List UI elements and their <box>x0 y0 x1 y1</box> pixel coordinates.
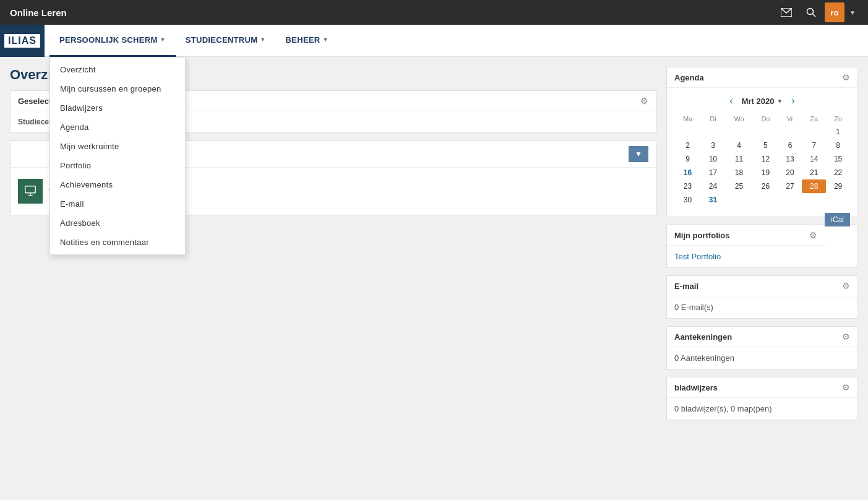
agenda-widget-title: Agenda <box>674 73 704 82</box>
cal-day-13[interactable]: 13 <box>778 152 802 166</box>
cal-day-9[interactable]: 9 <box>674 152 701 166</box>
agenda-widget-body: ‹ Mrt 2020 ▼ › Ma Di Wo Do Vr <box>667 88 857 217</box>
agenda-gear-icon[interactable]: ⚙ <box>842 72 850 82</box>
cal-day-3[interactable]: 3 <box>701 139 725 152</box>
calendar-nav: ‹ Mrt 2020 ▼ › <box>674 94 850 108</box>
cal-day-11[interactable]: 11 <box>725 152 753 166</box>
agenda-widget-header: Agenda ⚙ <box>667 67 857 88</box>
selected-widget-gear-icon[interactable]: ⚙ <box>640 96 648 106</box>
cal-day-empty <box>725 125 753 139</box>
search-icon-button[interactable] <box>800 1 822 24</box>
cal-day-empty <box>826 193 850 207</box>
course-icon <box>18 179 43 204</box>
nav-studiecentrum[interactable]: STUDIECENTRUM ▼ <box>176 25 276 57</box>
calendar-prev-btn[interactable]: ‹ <box>726 94 736 108</box>
cal-day-29[interactable]: 29 <box>826 179 850 193</box>
cal-day-5[interactable]: 5 <box>753 139 778 152</box>
dropdown-werkruimte[interactable]: Mijn werkruimte <box>50 137 185 156</box>
nav-studiecentrum-label: STUDIECENTRUM <box>186 35 258 45</box>
cal-day-14[interactable]: 14 <box>802 152 826 166</box>
nav-beheer[interactable]: BEHEER ▼ <box>276 25 338 57</box>
cal-header-di: Di <box>701 113 725 125</box>
aantekeningen-gear-icon[interactable]: ⚙ <box>842 332 850 342</box>
aantekeningen-widget-body: 0 Aantekeningen <box>667 347 857 369</box>
dropdown-achievements[interactable]: Achievements <box>50 175 185 194</box>
cal-header-zo: Zo <box>826 113 850 125</box>
portfolios-widget-header: Mijn portfolios ⚙ <box>667 225 825 246</box>
aantekeningen-widget: Aantekeningen ⚙ 0 Aantekeningen <box>666 326 858 369</box>
cal-day-7[interactable]: 7 <box>802 139 826 152</box>
ical-button[interactable]: iCal <box>825 213 850 226</box>
dropdown-cursussen[interactable]: Mijn cursussen en groepen <box>50 79 185 98</box>
bladwijzers-count: 0 bladwijzer(s), 0 map(pen) <box>674 404 772 413</box>
cal-day-26[interactable]: 26 <box>753 179 778 193</box>
cal-day-8[interactable]: 8 <box>826 139 850 152</box>
calendar-grid: Ma Di Wo Do Vr Za Zo <box>674 113 850 207</box>
cal-header-vr: Vr <box>778 113 802 125</box>
cal-day-empty <box>802 125 826 139</box>
mail-icon-button[interactable] <box>775 1 797 24</box>
email-widget-title: E-mail <box>674 282 698 291</box>
cal-day-23[interactable]: 23 <box>674 179 701 193</box>
dropdown-agenda[interactable]: Agenda <box>50 118 185 137</box>
portfolio-link[interactable]: Test Portfolio <box>674 252 721 261</box>
nav-persoonlijk[interactable]: PERSOONLIJK SCHERM ▼ Overzicht Mijn curs… <box>49 25 176 57</box>
cal-day-15[interactable]: 15 <box>826 152 850 166</box>
calendar-month-caret: ▼ <box>776 98 783 105</box>
dropdown-notities[interactable]: Notities en commentaar <box>50 233 185 252</box>
cal-day-30[interactable]: 30 <box>674 193 701 207</box>
nav-studiecentrum-caret: ▼ <box>260 37 265 43</box>
cal-day-empty <box>674 125 701 139</box>
aantekeningen-count: 0 Aantekeningen <box>674 353 734 363</box>
email-gear-icon[interactable]: ⚙ <box>842 281 850 291</box>
logo: ILIAS <box>0 25 45 57</box>
courses-dropdown-btn[interactable]: ▼ <box>629 146 648 162</box>
user-avatar-button[interactable]: ro <box>825 2 844 22</box>
dropdown-bladwijzers[interactable]: Bladwijzers <box>50 98 185 118</box>
cal-day-20[interactable]: 20 <box>778 166 802 179</box>
cal-day-6[interactable]: 6 <box>778 139 802 152</box>
bladwijzers-widget-title: bladwijzers <box>674 383 718 392</box>
bladwijzers-widget: bladwijzers ⚙ 0 bladwijzer(s), 0 map(pen… <box>666 377 858 420</box>
portfolios-widget: Mijn portfolios ⚙ Test Portfolio <box>666 225 858 268</box>
calendar-month-btn[interactable]: Mrt 2020 ▼ <box>742 97 783 106</box>
cal-day-12[interactable]: 12 <box>753 152 778 166</box>
cal-day-27[interactable]: 27 <box>778 179 802 193</box>
cal-day-empty <box>753 125 778 139</box>
calendar-next-btn[interactable]: › <box>788 94 798 108</box>
nav-persoonlijk-caret: ▼ <box>160 37 166 43</box>
cal-day-19[interactable]: 19 <box>753 166 778 179</box>
cal-day-1[interactable]: 1 <box>826 125 850 139</box>
dropdown-portfolio[interactable]: Portfolio <box>50 156 185 175</box>
cal-day-4[interactable]: 4 <box>725 139 753 152</box>
cal-header-wo: Wo <box>725 113 753 125</box>
logo-text: ILIAS <box>4 34 40 48</box>
cal-day-31[interactable]: 31 <box>701 193 725 207</box>
dropdown-overzicht[interactable]: Overzicht <box>50 60 185 79</box>
cal-header-do: Do <box>753 113 778 125</box>
cal-day-24[interactable]: 24 <box>701 179 725 193</box>
email-widget: E-mail ⚙ 0 E-mail(s) <box>666 275 858 319</box>
cal-day-2[interactable]: 2 <box>674 139 701 152</box>
portfolios-gear-icon[interactable]: ⚙ <box>809 230 817 240</box>
svg-line-2 <box>813 14 816 17</box>
aantekeningen-widget-header: Aantekeningen ⚙ <box>667 327 857 347</box>
cal-day-empty <box>753 193 778 207</box>
cal-day-16[interactable]: 16 <box>674 166 701 179</box>
dropdown-adresboek[interactable]: Adresboek <box>50 213 185 233</box>
bladwijzers-widget-header: bladwijzers ⚙ <box>667 377 857 398</box>
cal-day-10[interactable]: 10 <box>701 152 725 166</box>
user-dropdown-caret[interactable]: ▼ <box>847 9 858 16</box>
dropdown-email[interactable]: E-mail <box>50 194 185 213</box>
cal-day-22[interactable]: 22 <box>826 166 850 179</box>
right-sidebar: Agenda ⚙ ‹ Mrt 2020 ▼ › Ma Di <box>666 67 858 490</box>
bladwijzers-gear-icon[interactable]: ⚙ <box>842 382 850 392</box>
cal-day-18[interactable]: 18 <box>725 166 753 179</box>
cal-day-21[interactable]: 21 <box>802 166 826 179</box>
portfolios-widget-body: Test Portfolio <box>667 246 857 267</box>
portfolios-widget-title: Mijn portfolios <box>674 231 730 240</box>
cal-day-28-today[interactable]: 28 <box>802 179 826 193</box>
cal-day-empty <box>778 193 802 207</box>
cal-day-25[interactable]: 25 <box>725 179 753 193</box>
cal-day-17[interactable]: 17 <box>701 166 725 179</box>
